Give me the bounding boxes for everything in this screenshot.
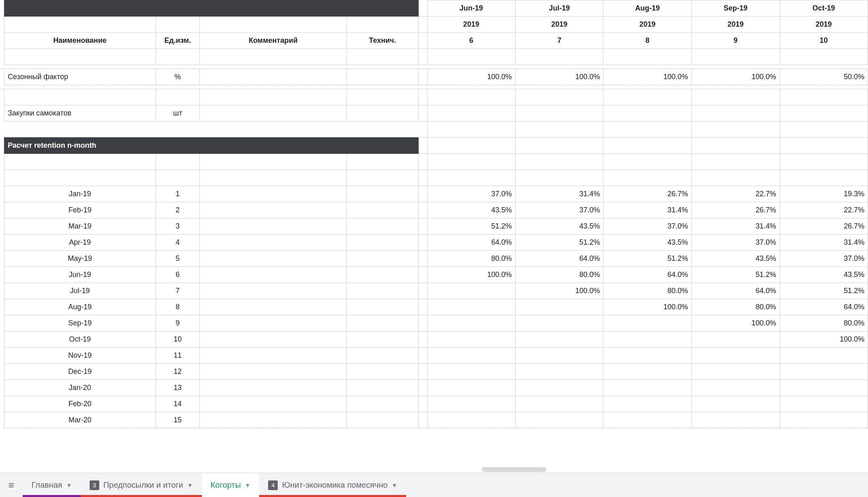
month-index[interactable]: 6 bbox=[427, 33, 515, 49]
retention-value[interactable] bbox=[427, 315, 515, 331]
retention-row[interactable]: Dec-1912 bbox=[0, 364, 868, 380]
retention-n[interactable]: 7 bbox=[155, 283, 199, 299]
retention-value[interactable] bbox=[515, 364, 603, 380]
retention-n[interactable]: 12 bbox=[155, 364, 199, 380]
retention-month-label[interactable]: Feb-19 bbox=[4, 202, 156, 218]
retention-value[interactable] bbox=[780, 364, 868, 380]
retention-value[interactable]: 43.5% bbox=[427, 202, 515, 218]
seasonal-value[interactable]: 100.0% bbox=[692, 69, 780, 85]
retention-value[interactable] bbox=[692, 396, 780, 412]
col-header-tech[interactable]: Технич. bbox=[347, 33, 419, 49]
retention-value[interactable]: 37.0% bbox=[604, 218, 692, 235]
retention-value[interactable]: 26.7% bbox=[780, 218, 868, 235]
grid-table[interactable]: Jun-19 Jul-19 Aug-19 Sep-19 Oct-19 2019 … bbox=[0, 0, 868, 428]
retention-value[interactable]: 22.7% bbox=[692, 186, 780, 202]
retention-n[interactable]: 13 bbox=[155, 380, 199, 396]
retention-value[interactable]: 37.0% bbox=[692, 235, 780, 251]
col-header-name[interactable]: Наименование bbox=[4, 33, 156, 49]
retention-value[interactable] bbox=[780, 380, 868, 396]
year-cell[interactable]: 2019 bbox=[780, 17, 868, 33]
retention-value[interactable] bbox=[780, 396, 868, 412]
retention-row[interactable]: Jun-196100.0%80.0%64.0%51.2%43.5% bbox=[0, 267, 868, 283]
month-index[interactable]: 9 bbox=[692, 33, 780, 49]
retention-month-label[interactable]: May-19 bbox=[4, 251, 156, 267]
retention-value[interactable] bbox=[604, 380, 692, 396]
purchase-row[interactable]: Закупки самокатов шт bbox=[0, 105, 868, 122]
retention-value[interactable] bbox=[427, 396, 515, 412]
retention-month-label[interactable]: Jun-19 bbox=[4, 267, 156, 283]
year-cell[interactable]: 2019 bbox=[515, 17, 603, 33]
retention-value[interactable] bbox=[780, 348, 868, 364]
purchase-unit[interactable]: шт bbox=[155, 105, 199, 122]
section-header-blank[interactable] bbox=[4, 0, 418, 17]
seasonal-value[interactable]: 100.0% bbox=[604, 69, 692, 85]
col-header-unit[interactable]: Ед.изм. bbox=[155, 33, 199, 49]
retention-value[interactable] bbox=[427, 331, 515, 348]
retention-month-label[interactable]: Apr-19 bbox=[4, 235, 156, 251]
retention-value[interactable]: 64.0% bbox=[427, 235, 515, 251]
retention-value[interactable] bbox=[427, 283, 515, 299]
retention-n[interactable]: 3 bbox=[155, 218, 199, 235]
retention-value[interactable] bbox=[692, 364, 780, 380]
year-cell[interactable]: 2019 bbox=[427, 17, 515, 33]
retention-value[interactable]: 51.2% bbox=[780, 283, 868, 299]
retention-value[interactable]: 100.0% bbox=[515, 283, 603, 299]
retention-value[interactable]: 43.5% bbox=[692, 251, 780, 267]
seasonal-value[interactable]: 50.0% bbox=[780, 69, 868, 85]
retention-row[interactable]: Jan-2013 bbox=[0, 380, 868, 396]
retention-month-label[interactable]: Dec-19 bbox=[4, 364, 156, 380]
seasonal-factor-row[interactable]: Сезонный фактор % 100.0% 100.0% 100.0% 1… bbox=[0, 69, 868, 85]
month-label[interactable]: Jul-19 bbox=[515, 0, 603, 17]
month-label[interactable]: Jun-19 bbox=[427, 0, 515, 17]
retention-value[interactable] bbox=[515, 412, 603, 428]
retention-value[interactable]: 64.0% bbox=[604, 267, 692, 283]
retention-value[interactable]: 31.4% bbox=[515, 186, 603, 202]
month-index[interactable]: 8 bbox=[604, 33, 692, 49]
blank-row[interactable] bbox=[0, 89, 868, 105]
seasonal-unit[interactable]: % bbox=[155, 69, 199, 85]
retention-month-label[interactable]: Jan-19 bbox=[4, 186, 156, 202]
retention-value[interactable] bbox=[515, 396, 603, 412]
retention-value[interactable]: 31.4% bbox=[780, 235, 868, 251]
section-header-row[interactable]: Jun-19 Jul-19 Aug-19 Sep-19 Oct-19 bbox=[0, 0, 868, 17]
retention-value[interactable] bbox=[604, 331, 692, 348]
retention-value[interactable]: 80.0% bbox=[780, 315, 868, 331]
retention-value[interactable] bbox=[692, 348, 780, 364]
retention-row[interactable]: Nov-1911 bbox=[0, 348, 868, 364]
retention-value[interactable] bbox=[427, 299, 515, 315]
month-label[interactable]: Oct-19 bbox=[780, 0, 868, 17]
retention-value[interactable]: 80.0% bbox=[427, 251, 515, 267]
month-index[interactable]: 10 bbox=[780, 33, 868, 49]
retention-value[interactable] bbox=[427, 348, 515, 364]
retention-value[interactable]: 51.2% bbox=[692, 267, 780, 283]
retention-month-label[interactable]: Oct-19 bbox=[4, 331, 156, 348]
retention-value[interactable] bbox=[515, 380, 603, 396]
retention-value[interactable]: 80.0% bbox=[515, 267, 603, 283]
retention-n[interactable]: 8 bbox=[155, 299, 199, 315]
retention-value[interactable]: 51.2% bbox=[515, 235, 603, 251]
retention-month-label[interactable]: Aug-19 bbox=[4, 299, 156, 315]
retention-value[interactable] bbox=[780, 412, 868, 428]
retention-n[interactable]: 9 bbox=[155, 315, 199, 331]
retention-value[interactable] bbox=[427, 364, 515, 380]
retention-row[interactable]: May-19580.0%64.0%51.2%43.5%37.0% bbox=[0, 251, 868, 267]
retention-row[interactable]: Aug-198100.0%80.0%64.0% bbox=[0, 299, 868, 315]
retention-n[interactable]: 4 bbox=[155, 235, 199, 251]
retention-month-label[interactable]: Nov-19 bbox=[4, 348, 156, 364]
retention-value[interactable] bbox=[427, 412, 515, 428]
retention-month-label[interactable]: Jul-19 bbox=[4, 283, 156, 299]
month-label[interactable]: Sep-19 bbox=[692, 0, 780, 17]
retention-n[interactable]: 15 bbox=[155, 412, 199, 428]
retention-value[interactable]: 43.5% bbox=[604, 235, 692, 251]
retention-value[interactable] bbox=[604, 364, 692, 380]
retention-row[interactable]: Jul-197100.0%80.0%64.0%51.2% bbox=[0, 283, 868, 299]
blank-row[interactable] bbox=[0, 122, 868, 138]
seasonal-value[interactable]: 100.0% bbox=[427, 69, 515, 85]
retention-value[interactable] bbox=[692, 412, 780, 428]
retention-row[interactable]: Feb-2014 bbox=[0, 396, 868, 412]
retention-n[interactable]: 2 bbox=[155, 202, 199, 218]
seasonal-value[interactable]: 100.0% bbox=[515, 69, 603, 85]
retention-row[interactable]: Mar-19351.2%43.5%37.0%31.4%26.7% bbox=[0, 218, 868, 235]
retention-value[interactable]: 26.7% bbox=[692, 202, 780, 218]
retention-value[interactable]: 100.0% bbox=[780, 331, 868, 348]
